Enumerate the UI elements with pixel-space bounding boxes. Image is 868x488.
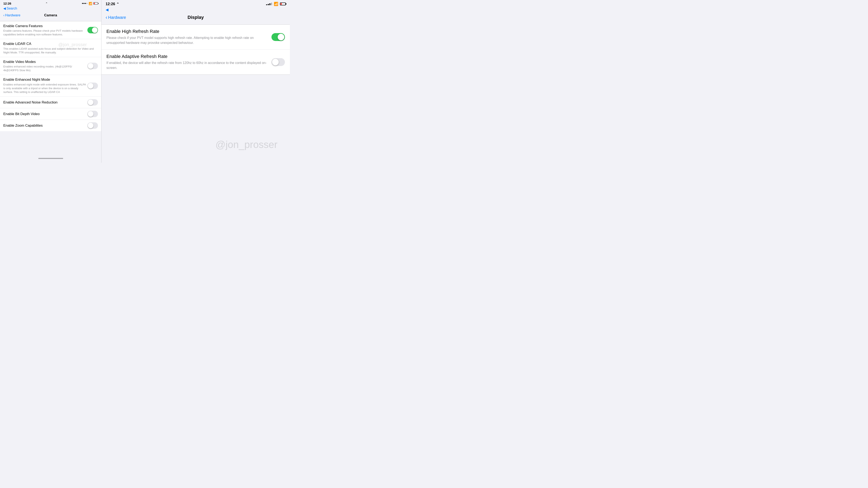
night-mode-desc: Enables enhanced night mode with extende… [3, 83, 87, 94]
status-bar-left: 12:26 ⌃ 📶 [0, 0, 101, 6]
camera-title: Camera [44, 13, 57, 18]
zoom-toggle[interactable] [87, 122, 98, 129]
night-mode-toggle[interactable] [87, 83, 98, 89]
location-icon-left: ⌃ [45, 2, 48, 5]
nav-bar-left: ‹ Hardware Camera [0, 11, 101, 20]
list-item: Enable Advanced Noise Reduction [0, 97, 101, 108]
back-hardware-right-button[interactable]: ‹ Hardware [105, 14, 126, 20]
display-section: Enable High Refresh Rate Please check if… [101, 25, 290, 75]
signal-icon-right [266, 3, 272, 5]
night-mode-label: Enable Enhanced Night Mode [3, 77, 87, 82]
adaptive-refresh-content: Enable Adaptive Refresh Rate If enabled,… [106, 54, 272, 70]
back-hardware-label: Hardware [5, 13, 21, 18]
chevron-back-left-icon: ‹ [3, 13, 5, 18]
display-settings: Enable High Refresh Rate Please check if… [101, 23, 290, 163]
chevron-back-right-icon: ‹ [105, 14, 107, 20]
chevron-left-icon: ◀ [3, 6, 6, 10]
settings-list-left: Enable Camera Features Enable camera fea… [0, 20, 101, 155]
back-search-label: Search [7, 7, 17, 10]
wifi-icon-right: 📶 [274, 2, 278, 6]
camera-features-toggle[interactable] [87, 27, 98, 33]
battery-icon-left [93, 2, 98, 5]
list-item: Enable Camera Features Enable camera fea… [0, 21, 101, 39]
row-content-zoom: Enable Zoom Capabilites [3, 123, 87, 128]
row-content-bit-depth: Enable Bit Depth Video [3, 112, 87, 116]
high-refresh-toggle[interactable] [272, 33, 285, 41]
status-icons-right: 📶 [266, 2, 286, 6]
bit-depth-toggle[interactable] [87, 111, 98, 117]
noise-reduction-label: Enable Advanced Noise Reduction [3, 100, 87, 105]
list-item: Enable High Refresh Rate Please check if… [101, 25, 290, 50]
home-indicator-area [0, 155, 101, 163]
nav-bar-right: ‹ Hardware Display [101, 13, 290, 23]
list-item: Enable Adaptive Refresh Rate If enabled,… [101, 50, 290, 74]
status-bar-right: 12:26 ⌃ 📶 [101, 0, 290, 7]
status-icons-left: 📶 [82, 2, 98, 5]
list-item: Enable Bit Depth Video [0, 108, 101, 120]
list-item: Enable LiDAR CA This enables LiDAR assis… [0, 39, 101, 57]
wifi-icon-left: 📶 [89, 2, 92, 5]
time-left: 12:26 [3, 2, 11, 5]
row-content-video-modes: Enable Video Modes Enables enhanced vide… [3, 60, 87, 72]
camera-features-desc: Enable camera features. Please check you… [3, 29, 87, 36]
list-item: Enable Video Modes Enables enhanced vide… [0, 57, 101, 75]
high-refresh-desc: Please check if your PVT model supports … [106, 35, 272, 45]
noise-reduction-toggle[interactable] [87, 99, 98, 105]
display-title: Display [188, 15, 204, 20]
row-content-night-mode: Enable Enhanced Night Mode Enables enhan… [3, 77, 87, 94]
lidar-desc: This enables LiDAR assisted auto focus a… [3, 47, 98, 55]
bit-depth-label: Enable Bit Depth Video [3, 112, 87, 116]
video-modes-label: Enable Video Modes [3, 60, 87, 64]
watermark-lidar: @jon_prosser [58, 42, 87, 47]
high-refresh-content: Enable High Refresh Rate Please check if… [106, 29, 272, 45]
adaptive-refresh-toggle[interactable] [272, 58, 285, 66]
time-right-container: 12:26 ⌃ [105, 2, 119, 6]
time-right: 12:26 [105, 2, 115, 6]
adaptive-refresh-label: Enable Adaptive Refresh Rate [106, 54, 272, 59]
video-modes-desc: Enables enhanced video recording modes. … [3, 65, 87, 72]
location-icon-right: ⌃ [116, 2, 119, 6]
back-search-left[interactable]: ◀ Search [0, 6, 101, 11]
back-hardware-button[interactable]: ‹ Hardware [3, 13, 20, 18]
chevron-left-right-icon: ◀ [105, 7, 108, 12]
high-refresh-label: Enable High Refresh Rate [106, 29, 272, 34]
watermark-right: @jon_prosser [215, 139, 277, 150]
row-content-noise: Enable Advanced Noise Reduction [3, 100, 87, 105]
right-panel: 12:26 ⌃ 📶 ◀ ‹ Hardware Displa [101, 0, 290, 163]
video-modes-toggle[interactable] [87, 63, 98, 69]
battery-icon-right [280, 2, 286, 5]
list-item: Enable Zoom Capabilites [0, 120, 101, 131]
home-indicator [38, 158, 63, 159]
back-hardware-right-label: Hardware [108, 15, 126, 20]
list-item: Enable Enhanced Night Mode Enables enhan… [0, 75, 101, 97]
left-panel: 12:26 ⌃ 📶 ◀ Search ‹ Hardware Camera [0, 0, 101, 163]
row-content-camera-features: Enable Camera Features Enable camera fea… [3, 24, 87, 36]
settings-section-left: Enable Camera Features Enable camera fea… [0, 21, 101, 131]
camera-features-label: Enable Camera Features [3, 24, 87, 28]
signal-icon-left [82, 3, 87, 4]
back-search-right[interactable]: ◀ [101, 7, 290, 13]
adaptive-refresh-desc: If enabled, the device will alter the re… [106, 60, 272, 70]
zoom-label: Enable Zoom Capabilites [3, 123, 87, 128]
